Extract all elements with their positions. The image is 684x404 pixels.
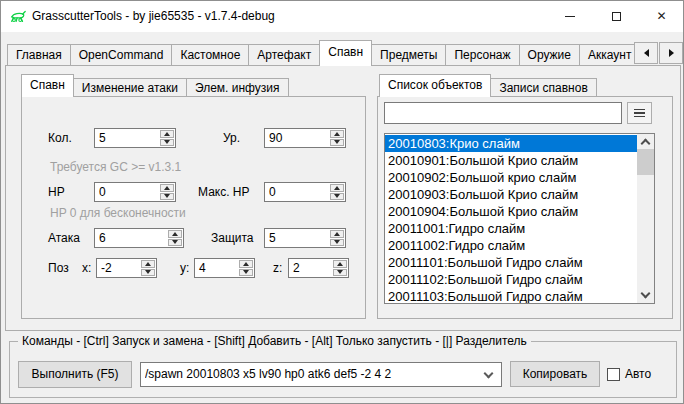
maxhp-label: Макс. HP xyxy=(198,182,250,202)
level-label: Ур. xyxy=(223,128,240,148)
object-listbox[interactable]: 20010803:Крио слайм20010901:Большой Крио… xyxy=(384,133,655,304)
object-tab-0[interactable]: Список объектов xyxy=(379,74,491,97)
maxhp-value[interactable]: 0 xyxy=(265,183,329,201)
auto-checkbox[interactable] xyxy=(607,368,620,381)
main-tab-6[interactable]: Персонаж xyxy=(445,44,519,66)
spin-up-button[interactable] xyxy=(168,230,182,238)
maxhp-spinner[interactable]: 0 xyxy=(264,182,346,202)
attack-spinner[interactable]: 6 xyxy=(94,228,184,248)
pos-y-label: y: xyxy=(180,258,189,278)
spawn-sub-tab-2[interactable]: Элем. инфузия xyxy=(186,78,289,97)
gc-version-note: Требуется GC >= v1.3.1 xyxy=(50,160,181,174)
window-title: GrasscutterTools - by jie65535 - v1.7.4-… xyxy=(32,1,275,31)
main-tab-3[interactable]: Артефакт xyxy=(248,44,320,66)
spin-down-icon xyxy=(243,270,249,274)
list-scrollbar[interactable] xyxy=(637,134,654,303)
list-item[interactable]: 20011101:Большой Гидро слайм xyxy=(385,254,637,271)
spin-down-button[interactable] xyxy=(141,269,155,277)
main-tab-8[interactable]: Аккаунт xyxy=(579,44,634,66)
spin-down-button[interactable] xyxy=(239,269,253,277)
main-tab-2[interactable]: Кастомное xyxy=(171,44,249,66)
list-item[interactable]: 20010902:Большой крио слайм xyxy=(385,169,637,186)
spin-up-button[interactable] xyxy=(333,260,347,268)
spin-down-icon xyxy=(145,270,151,274)
spin-up-icon xyxy=(172,232,178,236)
spin-up-button[interactable] xyxy=(330,184,344,192)
hp-spinner[interactable]: 0 xyxy=(94,182,176,202)
list-item[interactable]: 20010803:Крио слайм xyxy=(385,135,637,152)
object-tab-1[interactable]: Записи спавнов xyxy=(490,78,596,97)
list-item[interactable]: 20010904:Большой Крио слайм xyxy=(385,203,637,220)
count-value[interactable]: 5 xyxy=(95,129,159,147)
level-value[interactable]: 90 xyxy=(265,129,329,147)
main-tab-4[interactable]: Спавн xyxy=(319,40,372,66)
commands-groupbox: Команды - [Ctrl] Запуск и замена - [Shif… xyxy=(9,341,677,398)
defense-spinner[interactable]: 5 xyxy=(264,228,346,248)
pos-y-value[interactable]: 4 xyxy=(195,259,238,277)
spin-up-button[interactable] xyxy=(141,260,155,268)
spin-down-button[interactable] xyxy=(330,239,344,247)
scrollbar-thumb[interactable] xyxy=(637,149,654,175)
list-item[interactable]: 20011001:Гидро слайм xyxy=(385,220,637,237)
pos-x-spinner[interactable]: -2 xyxy=(96,258,157,278)
pos-z-value[interactable]: 2 xyxy=(289,259,332,277)
minimize-icon xyxy=(565,16,575,17)
count-spinner[interactable]: 5 xyxy=(94,128,176,148)
spin-down-icon xyxy=(334,240,340,244)
defense-value[interactable]: 5 xyxy=(265,229,329,247)
spin-down-button[interactable] xyxy=(160,193,174,201)
spin-up-button[interactable] xyxy=(239,260,253,268)
spin-up-icon xyxy=(337,262,343,266)
level-spinner[interactable]: 90 xyxy=(264,128,346,148)
list-item[interactable]: 20010901:Большой Крио слайм xyxy=(385,152,637,169)
list-item[interactable]: 20011103:Большой Гидро слайм xyxy=(385,288,637,304)
main-tab-7[interactable]: Оружие xyxy=(519,44,580,66)
minimize-button[interactable] xyxy=(547,1,593,31)
spin-up-icon xyxy=(164,132,170,136)
spawn-sub-tab-0[interactable]: Спавн xyxy=(21,74,74,97)
pos-y-spinner[interactable]: 4 xyxy=(194,258,255,278)
spin-down-icon xyxy=(337,270,343,274)
spin-down-button[interactable] xyxy=(168,239,182,247)
list-item[interactable]: 20011002:Гидро слайм xyxy=(385,237,637,254)
hp-value[interactable]: 0 xyxy=(95,183,159,201)
tab-scroll-right-button[interactable] xyxy=(659,42,683,64)
object-list: 20010803:Крио слайм20010901:Большой Крио… xyxy=(385,135,637,304)
spawn-sub-tab-1[interactable]: Изменение атаки xyxy=(73,78,187,97)
scroll-down-icon[interactable] xyxy=(641,289,651,299)
search-menu-button[interactable] xyxy=(627,102,652,124)
spin-up-button[interactable] xyxy=(160,130,174,138)
spin-down-button[interactable] xyxy=(330,193,344,201)
attack-value[interactable]: 6 xyxy=(95,229,167,247)
maximize-button[interactable] xyxy=(593,1,639,31)
copy-button[interactable]: Копировать xyxy=(510,361,600,387)
position-label: Поз xyxy=(48,258,69,278)
spin-up-button[interactable] xyxy=(330,230,344,238)
main-tab-1[interactable]: OpenCommand xyxy=(70,44,173,66)
list-item[interactable]: 20011102:Большой Гидро слайм xyxy=(385,271,637,288)
run-button[interactable]: Выполнить (F5) xyxy=(18,361,132,388)
defense-label: Защита xyxy=(211,228,254,248)
scroll-up-icon[interactable] xyxy=(641,139,651,149)
spin-down-button[interactable] xyxy=(330,139,344,147)
spin-down-button[interactable] xyxy=(333,269,347,277)
app-window: GrasscutterTools - by jie65535 - v1.7.4-… xyxy=(0,0,684,404)
command-text[interactable]: /spawn 20010803 x5 lv90 hp0 atk6 def5 -2… xyxy=(145,363,479,386)
tab-scroll-left-button[interactable] xyxy=(634,42,658,64)
spin-up-icon xyxy=(164,186,170,190)
list-item[interactable]: 20010903:Большой Крио слайм xyxy=(385,186,637,203)
main-tab-0[interactable]: Главная xyxy=(7,44,71,66)
pos-z-spinner[interactable]: 2 xyxy=(288,258,349,278)
spin-down-icon xyxy=(172,240,178,244)
pos-x-value[interactable]: -2 xyxy=(97,259,140,277)
chevron-down-icon xyxy=(484,369,494,379)
command-combobox[interactable]: /spawn 20010803 x5 lv90 hp0 atk6 def5 -2… xyxy=(140,362,502,387)
main-tab-5[interactable]: Предметы xyxy=(371,44,446,66)
spin-up-button[interactable] xyxy=(330,130,344,138)
spin-down-button[interactable] xyxy=(160,139,174,147)
maximize-icon xyxy=(612,12,621,21)
spin-up-button[interactable] xyxy=(160,184,174,192)
auto-checkbox-group: Авто xyxy=(607,367,651,381)
close-button[interactable]: ✕ xyxy=(638,1,684,31)
search-input[interactable] xyxy=(384,102,622,124)
